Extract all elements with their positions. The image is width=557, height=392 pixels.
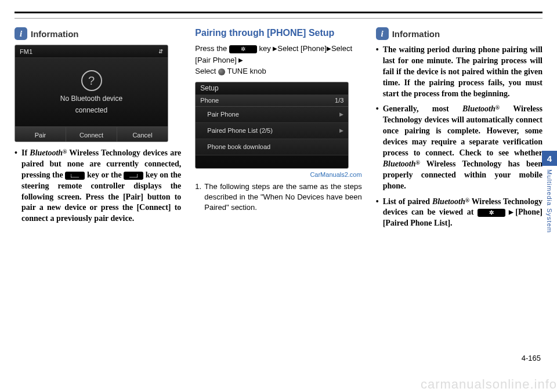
side-tab: 4 Multimedia System	[542, 151, 557, 233]
screen1-connect-button: Connect	[66, 127, 117, 142]
brand: Bluetooth	[432, 197, 465, 206]
col3-bullet-1: • The waiting period during phone pairin…	[376, 45, 542, 99]
brand: Bluetooth	[383, 159, 416, 168]
screenshot-setup: Setup Phone 1/3 Pair Phone ▶ Paired Phon…	[195, 82, 349, 169]
chapter-label-tab: Multimedia System	[546, 169, 553, 233]
screen1-topbar: FM1 ⇵	[15, 45, 168, 58]
footer-watermark: carmanualsonline.info	[421, 377, 557, 392]
col1-bullet-text: If Bluetooth® Wireless Technology device…	[21, 148, 181, 224]
chapter-number-tab: 4	[542, 151, 557, 166]
col1-bullet: • If Bluetooth® Wireless Technology devi…	[15, 148, 181, 224]
bullet-dot: •	[376, 104, 383, 191]
triangle-icon: ▶	[327, 45, 331, 52]
info-header: i Information	[15, 27, 181, 40]
triangle-icon: ▶	[509, 209, 515, 215]
header-rule	[15, 12, 542, 13]
bullet-dot: •	[376, 197, 383, 230]
bluetooth-status-icon: ⇵	[158, 48, 163, 55]
col3-b3-text: List of paired Bluetooth® Wireless Techn…	[383, 197, 542, 230]
col3-bullet-2: • Generally, most Bluetooth® Wireless Te…	[376, 104, 542, 191]
screen1-message-line2: connected	[75, 106, 107, 114]
step-body: The following steps are the same as the …	[204, 182, 361, 213]
setup-key-icon	[229, 45, 257, 53]
column-1: i Information FM1 ⇵ ? No Bluetooth devic…	[15, 27, 181, 234]
bullet-dot: •	[376, 45, 383, 99]
inline-watermark: CarManuals2.com	[195, 171, 361, 178]
screen1-message-line1: No Bluetooth device	[60, 95, 122, 103]
screen1-body: ? No Bluetooth device connected	[15, 58, 168, 126]
info-title: Information	[392, 29, 440, 39]
brand: Bluetooth	[30, 148, 63, 157]
t: key or the	[85, 170, 124, 179]
question-icon: ?	[81, 70, 102, 91]
t: Select [Phone]	[277, 44, 327, 53]
col3-b2-text: Generally, most Bluetooth® Wireless Tech…	[383, 104, 542, 191]
t: Press the	[195, 44, 229, 53]
setup-heading: Pairing through [PHONE] Setup	[195, 27, 361, 38]
screen1-pair-button: Pair	[15, 127, 66, 142]
column-3: i Information • The waiting period durin…	[376, 27, 542, 234]
tune-knob-icon	[218, 68, 225, 75]
t: If	[21, 148, 30, 157]
t: Generally, most	[383, 104, 462, 113]
t: Select	[195, 67, 218, 75]
t: List of paired	[383, 197, 432, 206]
info-title: Information	[31, 29, 79, 39]
step-number: 1.	[195, 182, 204, 213]
t: Phone book download	[207, 143, 270, 150]
t: Phone	[200, 97, 219, 104]
page-number: 4-165	[522, 354, 541, 362]
end-key-icon	[124, 172, 143, 180]
screen1-button-row: Pair Connect Cancel	[15, 126, 168, 142]
col3-bullet-3: • List of paired Bluetooth® Wireless Tec…	[376, 197, 542, 230]
screenshot-fm1: FM1 ⇵ ? No Bluetooth device connected Pa…	[15, 45, 168, 142]
call-key-icon	[65, 172, 85, 180]
screen2-row-phonebook: Phone book download	[196, 139, 348, 155]
info-icon: i	[15, 27, 27, 40]
screen1-mode-label: FM1	[20, 48, 32, 55]
t: Pair Phone	[207, 111, 238, 118]
page-fraction: 1/3	[335, 97, 343, 104]
t: Paired Phone List (2/5)	[207, 127, 273, 134]
screen2-phone-header: Phone 1/3	[196, 95, 348, 107]
reg: ®	[465, 197, 469, 204]
triangle-icon: ▶	[238, 57, 243, 63]
col3-b1-text: The waiting period during phone pairing …	[383, 45, 542, 99]
brand: Bluetooth	[462, 104, 495, 113]
screen2-row-paired-list: Paired Phone List (2/5) ▶	[196, 123, 348, 139]
reg: ®	[415, 159, 419, 166]
chevron-right-icon: ▶	[339, 128, 343, 133]
col2-step: 1. The following steps are the same as t…	[195, 182, 361, 213]
t: TUNE knob	[227, 67, 266, 75]
chevron-right-icon: ▶	[339, 111, 343, 117]
t: key	[257, 44, 273, 53]
thin-rule	[15, 18, 542, 19]
reg: ®	[495, 104, 500, 111]
bullet-dot: •	[15, 148, 21, 224]
setup-key-icon	[478, 209, 505, 217]
col2-instruction: Press the key ▶Select [Phone]▶Select [Pa…	[195, 43, 361, 77]
screen2-title: Setup	[196, 82, 348, 95]
info-header: i Information	[376, 27, 542, 40]
info-icon: i	[376, 27, 389, 40]
column-2: Pairing through [PHONE] Setup Press the …	[195, 27, 361, 234]
screen2-row-pair-phone: Pair Phone ▶	[196, 107, 348, 123]
screen1-cancel-button: Cancel	[117, 127, 168, 142]
